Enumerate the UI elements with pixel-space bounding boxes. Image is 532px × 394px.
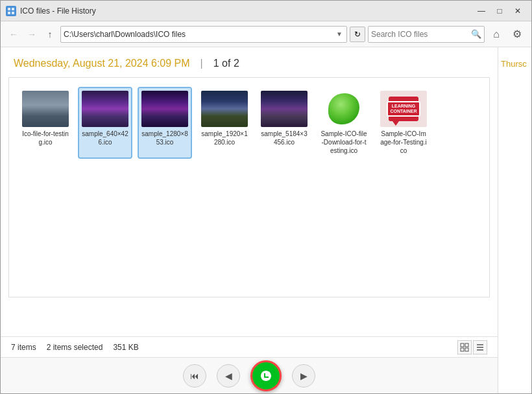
file-label: sample_5184×3456.ico xyxy=(261,130,308,146)
file-size: 351 KB xyxy=(113,343,138,352)
refresh-button[interactable]: ↻ xyxy=(350,27,365,42)
list-item[interactable]: sample_1280×853.ico xyxy=(139,88,191,157)
restore-button[interactable] xyxy=(250,360,282,391)
window-controls: — □ ✕ xyxy=(473,5,526,17)
file-label: Ico-file-for-testing.ico xyxy=(22,130,69,146)
prev-button[interactable]: ◀ xyxy=(217,364,240,388)
file-label: sample_1280×853.ico xyxy=(141,130,188,146)
list-item[interactable]: sample_1920×1280.ico xyxy=(199,88,250,157)
next-button[interactable]: ▶ xyxy=(292,364,315,388)
file-label: sample_1920×1280.ico xyxy=(201,130,248,146)
left-panel: Wednesday, August 21, 2024 6:09 PM | 1 o… xyxy=(1,47,498,393)
search-icon[interactable]: 🔍 xyxy=(471,29,481,39)
minimize-button[interactable]: — xyxy=(473,5,490,17)
view-buttons xyxy=(457,340,487,354)
svg-rect-5 xyxy=(465,343,468,347)
file-thumbnail xyxy=(201,91,248,127)
file-label: sample_640×426.ico xyxy=(82,130,128,146)
up-button[interactable]: ↑ xyxy=(42,27,58,42)
maximize-button[interactable]: □ xyxy=(491,5,508,17)
file-label: Sample-ICO-file-Download-for-testing.ico xyxy=(320,130,367,155)
date-header: Wednesday, August 21, 2024 6:09 PM | 1 o… xyxy=(1,47,498,77)
file-thumbnail xyxy=(320,91,367,127)
main-window: ICO files - File History — □ ✕ ← → ↑ ▼ ↻… xyxy=(0,0,532,394)
file-thumbnail xyxy=(261,91,308,127)
svg-rect-3 xyxy=(12,12,14,14)
back-button[interactable]: ← xyxy=(6,27,21,42)
green-blob-icon xyxy=(328,93,359,124)
date-divider: | xyxy=(200,58,203,69)
files-container: Ico-file-for-testing.ico sample_640×426.… xyxy=(8,77,490,297)
nav-controls: ⏮ ◀ ▶ xyxy=(1,357,498,393)
list-item[interactable]: sample_5184×3456.ico xyxy=(258,88,310,157)
grid-view-button[interactable] xyxy=(457,340,472,354)
learning-badge-wrap: LEARNINGCONTAINER xyxy=(389,97,418,121)
files-area: Ico-file-for-testing.ico sample_640×426.… xyxy=(1,77,498,336)
svg-rect-6 xyxy=(461,348,464,351)
svg-rect-0 xyxy=(8,8,10,10)
svg-rect-7 xyxy=(465,348,468,351)
date-text: Wednesday, August 21, 2024 6:09 PM xyxy=(14,58,190,69)
address-input[interactable] xyxy=(64,30,335,39)
list-item[interactable]: sample_640×426.ico xyxy=(79,88,131,157)
page-indicator: 1 of 2 xyxy=(213,58,239,69)
svg-rect-2 xyxy=(8,12,10,14)
list-item[interactable]: Ico-file-for-testing.ico xyxy=(19,88,71,157)
file-thumbnail: LEARNINGCONTAINER xyxy=(380,91,427,127)
learning-badge: LEARNINGCONTAINER xyxy=(387,101,420,117)
grid-view-icon xyxy=(460,343,469,352)
list-item[interactable]: Sample-ICO-file-Download-for-testing.ico xyxy=(318,88,370,157)
svg-rect-1 xyxy=(12,8,14,10)
title-bar: ICO files - File History — □ ✕ xyxy=(1,1,531,21)
list-item[interactable]: LEARNINGCONTAINER Sample-ICO-Image-for-T… xyxy=(378,88,429,157)
right-panel-date: Thursc xyxy=(498,59,529,69)
selected-count: 2 items selected xyxy=(47,343,103,352)
status-bar: 7 items 2 items selected 351 KB xyxy=(1,336,498,357)
file-label: Sample-ICO-Image-for-Testing.ico xyxy=(380,130,427,155)
address-bar: ← → ↑ ▼ ↻ 🔍 ⌂ ⚙ xyxy=(1,21,531,47)
window-title: ICO files - File History xyxy=(20,6,473,16)
window-icon xyxy=(6,6,16,16)
items-count: 7 items xyxy=(11,343,36,352)
svg-rect-4 xyxy=(461,343,464,347)
address-input-wrap: ▼ xyxy=(60,26,347,43)
first-button[interactable]: ⏮ xyxy=(183,364,206,388)
restore-icon xyxy=(258,368,274,384)
address-dropdown-icon[interactable]: ▼ xyxy=(335,30,344,38)
settings-button[interactable]: ⚙ xyxy=(508,25,526,43)
right-panel: Thursc xyxy=(498,47,531,393)
search-wrap: 🔍 xyxy=(368,26,485,43)
list-view-button[interactable] xyxy=(473,340,487,354)
list-view-icon xyxy=(476,343,485,352)
file-thumbnail xyxy=(82,91,128,127)
main-content: Wednesday, August 21, 2024 6:09 PM | 1 o… xyxy=(1,47,531,393)
file-thumbnail xyxy=(141,91,188,127)
home-button[interactable]: ⌂ xyxy=(487,25,505,43)
close-button[interactable]: ✕ xyxy=(509,5,526,17)
search-input[interactable] xyxy=(371,30,471,39)
file-thumbnail xyxy=(22,91,69,127)
forward-button[interactable]: → xyxy=(24,27,40,42)
